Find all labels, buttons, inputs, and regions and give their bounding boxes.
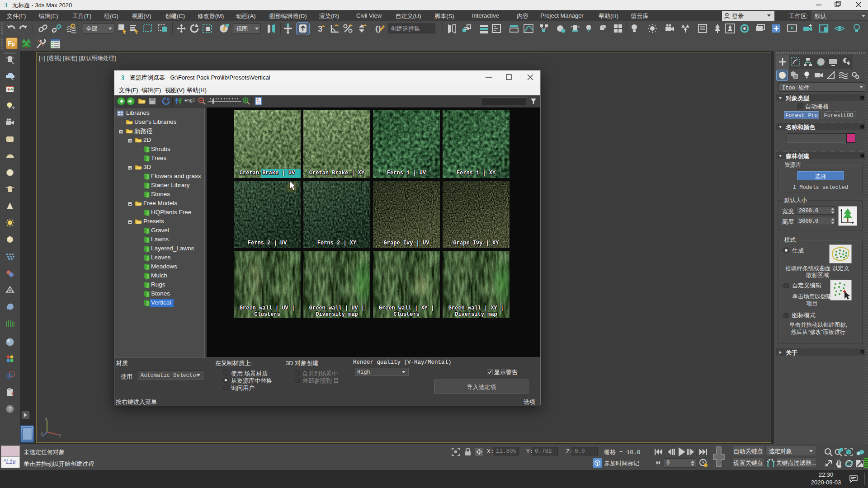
svg-text:3: 3: [5, 2, 8, 9]
svg-text:z: z: [45, 417, 47, 421]
svg-text:3: 3: [121, 74, 125, 81]
svg-text:{}: {}: [375, 24, 382, 33]
svg-text:x: x: [59, 433, 61, 437]
svg-text:y: y: [41, 431, 43, 436]
svg-text:?: ?: [8, 406, 12, 413]
svg-text:3: 3: [318, 24, 323, 33]
